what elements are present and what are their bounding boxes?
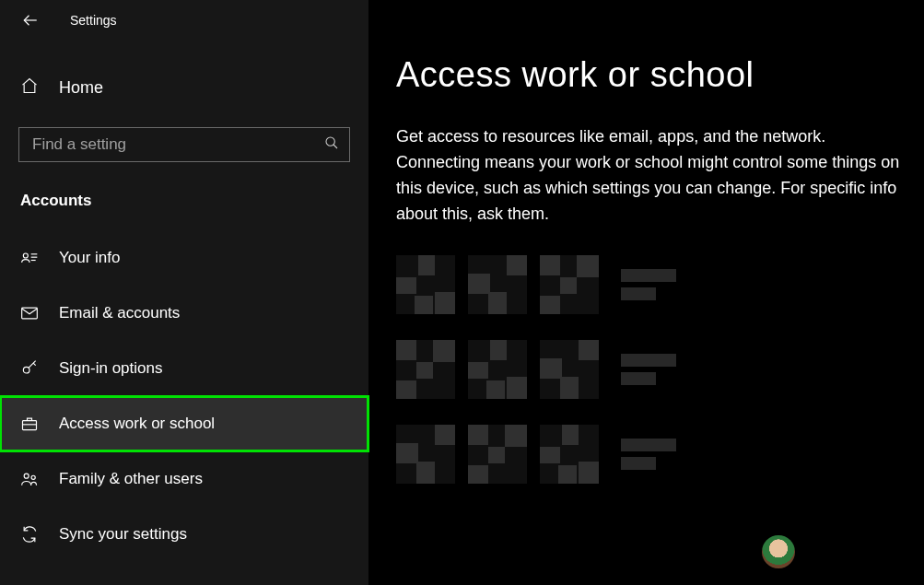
home-button[interactable]: Home — [0, 64, 368, 111]
nav-item-email-accounts[interactable]: Email & accounts — [0, 286, 368, 341]
svg-point-8 — [23, 367, 29, 373]
redacted-label — [621, 354, 676, 385]
nav-list: Your info Email & accounts Sign-in optio… — [0, 230, 368, 562]
nav-item-access-work-or-school[interactable]: Access work or school — [0, 396, 368, 451]
redacted-icon — [468, 425, 527, 484]
nav-item-label: Access work or school — [59, 415, 215, 433]
nav-item-sync-settings[interactable]: Sync your settings — [0, 507, 368, 562]
mail-icon — [20, 304, 39, 322]
svg-rect-9 — [23, 421, 37, 430]
redacted-icon — [468, 255, 527, 314]
home-label: Home — [59, 78, 103, 98]
content-area: Access work or school Get access to reso… — [368, 0, 924, 585]
home-icon — [20, 76, 39, 99]
redacted-label — [621, 269, 676, 300]
nav-item-label: Email & accounts — [59, 304, 180, 322]
person-card-icon — [20, 249, 39, 267]
redacted-icon — [396, 340, 455, 399]
svg-point-11 — [24, 474, 29, 478]
back-arrow-icon[interactable] — [22, 12, 39, 29]
section-label: Accounts — [20, 192, 368, 210]
key-icon — [20, 359, 39, 378]
redacted-icon — [396, 255, 455, 314]
nav-item-label: Sign-in options — [59, 359, 162, 378]
svg-point-3 — [23, 253, 28, 258]
sync-icon — [20, 525, 39, 544]
svg-point-12 — [31, 475, 35, 479]
redacted-icon — [396, 425, 455, 484]
redacted-icon — [540, 255, 599, 314]
search-box[interactable] — [18, 127, 350, 162]
search-input[interactable] — [18, 127, 350, 162]
redacted-icon — [540, 425, 599, 484]
watermark-avatar-icon — [762, 535, 795, 568]
nav-item-your-info[interactable]: Your info — [0, 230, 368, 286]
briefcase-icon — [20, 415, 39, 433]
redacted-icon — [540, 340, 599, 399]
people-icon — [20, 470, 39, 488]
nav-item-label: Sync your settings — [59, 525, 187, 544]
redacted-account-item[interactable] — [396, 255, 907, 314]
redacted-icon — [468, 340, 527, 399]
window-title: Settings — [70, 13, 117, 28]
nav-item-family-other-users[interactable]: Family & other users — [0, 451, 368, 507]
nav-item-sign-in-options[interactable]: Sign-in options — [0, 341, 368, 396]
redacted-account-item[interactable] — [396, 425, 907, 484]
titlebar: Settings — [0, 0, 368, 41]
svg-rect-7 — [22, 308, 38, 319]
redacted-label — [621, 439, 676, 470]
page-description: Get access to resources like email, apps… — [396, 124, 903, 228]
sidebar: Settings Home Accounts — [0, 0, 368, 585]
nav-item-label: Your info — [59, 249, 120, 267]
redacted-account-item[interactable] — [396, 340, 907, 399]
redacted-accounts-area — [396, 255, 907, 484]
page-title: Access work or school — [396, 55, 907, 95]
nav-item-label: Family & other users — [59, 470, 203, 488]
